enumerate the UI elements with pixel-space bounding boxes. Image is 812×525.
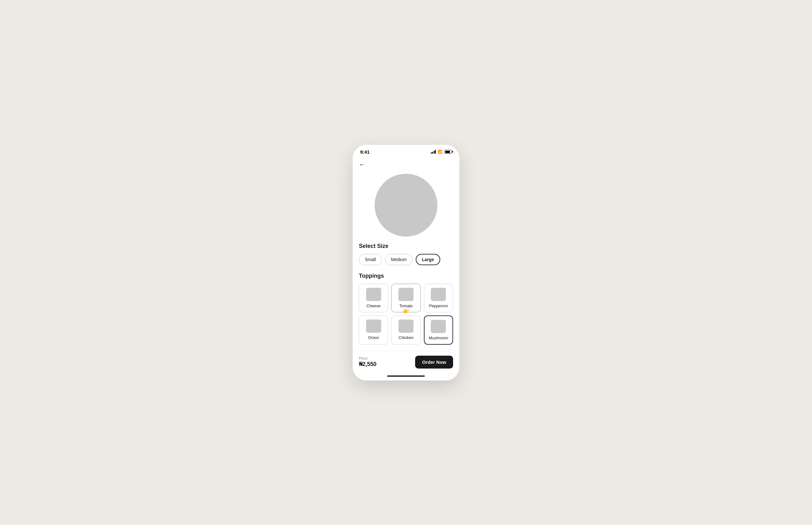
status-icons: 📶	[431, 150, 452, 154]
home-bar	[387, 375, 425, 377]
topping-tomato[interactable]: Tomato 👉	[391, 284, 420, 312]
wifi-icon: 📶	[438, 150, 442, 154]
home-indicator	[353, 373, 459, 380]
topping-pepperoni[interactable]: Pepperoni	[424, 284, 453, 312]
toppings-section: Toppings Cheese Tomato 👉 Pepperoni	[359, 273, 453, 345]
price-value: ₦2,550	[359, 361, 376, 368]
food-image-container	[353, 170, 459, 243]
topping-mushroom-label: Mushroom	[429, 335, 448, 340]
back-button[interactable]: ←	[353, 157, 372, 170]
size-section: Select Size Small Medium Large	[359, 243, 453, 265]
topping-chicken-label: Chicken	[399, 335, 413, 340]
phone-frame: 9:41 📶 ← Select Size	[353, 145, 459, 380]
toppings-grid: Cheese Tomato 👉 Pepperoni Onion	[359, 284, 453, 345]
size-options: Small Medium Large	[359, 254, 453, 265]
topping-chicken[interactable]: Chicken	[391, 315, 420, 345]
food-image	[375, 174, 437, 237]
topping-onion-label: Onion	[368, 335, 379, 340]
topping-chicken-image	[399, 319, 413, 333]
topping-onion[interactable]: Onion	[359, 315, 388, 345]
toppings-section-title: Toppings	[359, 273, 453, 279]
signal-icon	[431, 150, 436, 154]
topping-tomato-image	[399, 288, 413, 301]
order-now-button[interactable]: Order Now	[415, 356, 453, 369]
size-medium-button[interactable]: Medium	[385, 254, 412, 265]
size-small-button[interactable]: Small	[359, 254, 382, 265]
size-large-button[interactable]: Large	[416, 254, 440, 265]
topping-mushroom-image	[431, 320, 446, 333]
topping-cheese-label: Cheese	[366, 303, 380, 308]
scroll-content: ← Select Size Small Medium Large Topping…	[353, 157, 459, 380]
cursor-hand-icon: 👉	[403, 308, 409, 315]
bottom-bar: Price ₦2,550 Order Now	[353, 351, 459, 373]
back-arrow-icon: ←	[359, 161, 365, 168]
price-section: Price ₦2,550	[359, 356, 376, 368]
price-label: Price	[359, 356, 376, 361]
topping-cheese[interactable]: Cheese	[359, 284, 388, 312]
topping-pepperoni-image	[431, 288, 446, 301]
topping-pepperoni-label: Pepperoni	[429, 303, 448, 308]
topping-cheese-image	[366, 288, 381, 301]
topping-onion-image	[366, 319, 381, 333]
status-bar: 9:41 📶	[353, 145, 459, 157]
size-section-title: Select Size	[359, 243, 453, 250]
topping-mushroom[interactable]: Mushroom	[424, 315, 453, 345]
status-time: 9:41	[360, 149, 370, 154]
topping-tomato-label: Tomato	[400, 303, 413, 308]
main-content: Select Size Small Medium Large Toppings …	[353, 243, 459, 345]
battery-icon	[444, 150, 452, 154]
